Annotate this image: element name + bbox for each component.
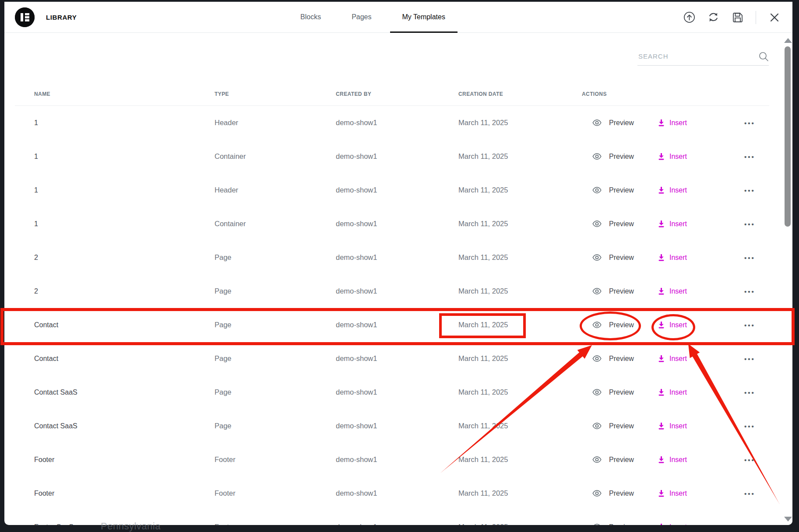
table-row[interactable]: Contact Page demo-show1 March 11, 2025 P… <box>15 342 769 375</box>
scrollbar-down-icon[interactable] <box>784 517 792 522</box>
eye-icon <box>592 456 602 463</box>
more-actions-button[interactable]: ••• <box>744 388 755 396</box>
table-row[interactable]: 2 Page demo-show1 March 11, 2025 Preview <box>15 274 769 308</box>
scrollbar-thumb[interactable] <box>785 46 791 227</box>
template-created-by: demo-show1 <box>336 321 458 329</box>
preview-button[interactable]: Preview <box>592 388 634 396</box>
insert-button[interactable]: Insert <box>658 422 687 430</box>
preview-button[interactable]: Preview <box>592 490 634 497</box>
insert-button[interactable]: Insert <box>658 254 687 262</box>
search-input[interactable] <box>637 52 758 65</box>
preview-button[interactable]: Preview <box>592 287 634 295</box>
table-body: 1 Header demo-show1 March 11, 2025 Previ… <box>15 106 769 525</box>
tab-blocks[interactable]: Blocks <box>288 2 333 33</box>
insert-button[interactable]: Insert <box>658 523 687 525</box>
more-actions-button[interactable]: ••• <box>744 119 755 126</box>
template-type: Page <box>215 388 336 396</box>
insert-button[interactable]: Insert <box>658 119 687 127</box>
insert-button[interactable]: Insert <box>658 321 687 329</box>
more-actions-button[interactable]: ••• <box>744 321 755 329</box>
template-created-by: demo-show1 <box>336 220 458 228</box>
insert-download-icon <box>658 388 665 396</box>
template-created-by: demo-show1 <box>336 152 458 161</box>
template-name: 2 <box>15 254 215 262</box>
tab-pages[interactable]: Pages <box>339 2 384 33</box>
more-actions-button[interactable]: ••• <box>744 456 755 463</box>
table-row[interactable]: 1 Container demo-show1 March 11, 2025 Pr… <box>15 140 769 173</box>
preview-button[interactable]: Preview <box>592 119 634 127</box>
preview-button[interactable]: Preview <box>592 220 634 228</box>
template-created-by: demo-show1 <box>336 354 458 363</box>
table-row[interactable]: 2 Page demo-show1 March 11, 2025 Preview <box>15 241 769 274</box>
insert-button[interactable]: Insert <box>658 490 687 497</box>
insert-button[interactable]: Insert <box>658 287 687 295</box>
eye-icon <box>592 119 602 126</box>
insert-button[interactable]: Insert <box>658 388 687 396</box>
template-name: Contact <box>15 321 215 329</box>
template-created-by: demo-show1 <box>336 455 458 464</box>
eye-icon <box>592 220 602 227</box>
row-actions: Preview Insert ••• <box>582 443 769 476</box>
template-created-by: demo-show1 <box>336 489 458 497</box>
more-actions-button[interactable]: ••• <box>744 254 755 261</box>
preview-button[interactable]: Preview <box>592 186 634 194</box>
tab-my-templates[interactable]: My Templates <box>390 2 458 33</box>
template-type: Page <box>215 287 336 295</box>
brand: LIBRARY <box>15 7 77 27</box>
more-actions-button[interactable]: ••• <box>744 355 755 362</box>
preview-button[interactable]: Preview <box>592 321 634 329</box>
close-icon[interactable] <box>768 11 780 23</box>
search-icon[interactable] <box>758 51 769 65</box>
save-icon[interactable] <box>732 11 743 23</box>
preview-button[interactable]: Preview <box>592 254 634 262</box>
template-name: 1 <box>15 220 215 228</box>
template-creation-date: March 11, 2025 <box>458 119 582 127</box>
insert-download-icon <box>658 119 665 126</box>
template-creation-date: March 11, 2025 <box>458 388 582 396</box>
insert-button[interactable]: Insert <box>658 355 687 363</box>
template-creation-date: March 11, 2025 <box>458 354 582 363</box>
eye-icon <box>592 187 602 193</box>
scrollbar-up-icon[interactable] <box>784 38 792 43</box>
table-row[interactable]: 1 Header demo-show1 March 11, 2025 Previ… <box>15 106 769 140</box>
table-row[interactable]: 1 Header demo-show1 March 11, 2025 Previ… <box>15 173 769 207</box>
import-icon[interactable] <box>683 11 695 23</box>
template-created-by: demo-show1 <box>336 119 458 127</box>
more-actions-button[interactable]: ••• <box>744 153 755 160</box>
preview-button[interactable]: Preview <box>592 355 634 363</box>
eye-icon <box>592 288 602 294</box>
more-actions-button[interactable]: ••• <box>744 490 755 497</box>
row-actions: Preview Insert ••• <box>582 510 769 525</box>
toolbar-divider <box>756 11 756 24</box>
table-row[interactable]: Contact Page demo-show1 March 11, 2025 P… <box>15 308 769 342</box>
row-actions: Preview Insert ••• <box>582 409 769 443</box>
table-row[interactable]: Contact SaaS Page demo-show1 March 11, 2… <box>15 409 769 443</box>
insert-button[interactable]: Insert <box>658 220 687 228</box>
preview-button[interactable]: Preview <box>592 422 634 430</box>
column-header-type: TYPE <box>215 91 336 97</box>
template-name: 1 <box>15 119 215 127</box>
template-type: Footer <box>215 489 336 497</box>
table-row[interactable]: Footer Footer demo-show1 March 11, 2025 … <box>15 476 769 510</box>
table-row[interactable]: 1 Container demo-show1 March 11, 2025 Pr… <box>15 207 769 241</box>
insert-button[interactable]: Insert <box>658 186 687 194</box>
more-actions-button[interactable]: ••• <box>744 220 755 228</box>
more-actions-button[interactable]: ••• <box>744 422 755 430</box>
preview-button[interactable]: Preview <box>592 153 634 161</box>
preview-button[interactable]: Preview <box>592 456 634 464</box>
table-row[interactable]: Footer Footer demo-show1 March 11, 2025 … <box>15 443 769 476</box>
eye-icon <box>592 355 602 362</box>
table-row[interactable]: Contact SaaS Page demo-show1 March 11, 2… <box>15 375 769 409</box>
more-actions-button[interactable]: ••• <box>744 287 755 295</box>
insert-button[interactable]: Insert <box>658 153 687 161</box>
screen: LIBRARY Blocks Pages My Templates <box>0 0 799 532</box>
insert-download-icon <box>658 220 665 228</box>
template-creation-date: March 11, 2025 <box>458 422 582 430</box>
sync-icon[interactable] <box>707 11 719 23</box>
insert-download-icon <box>658 321 665 329</box>
more-actions-button[interactable]: ••• <box>744 523 755 525</box>
insert-button[interactable]: Insert <box>658 456 687 464</box>
eye-icon <box>592 524 602 525</box>
preview-button[interactable]: Preview <box>592 523 634 525</box>
more-actions-button[interactable]: ••• <box>744 186 755 194</box>
